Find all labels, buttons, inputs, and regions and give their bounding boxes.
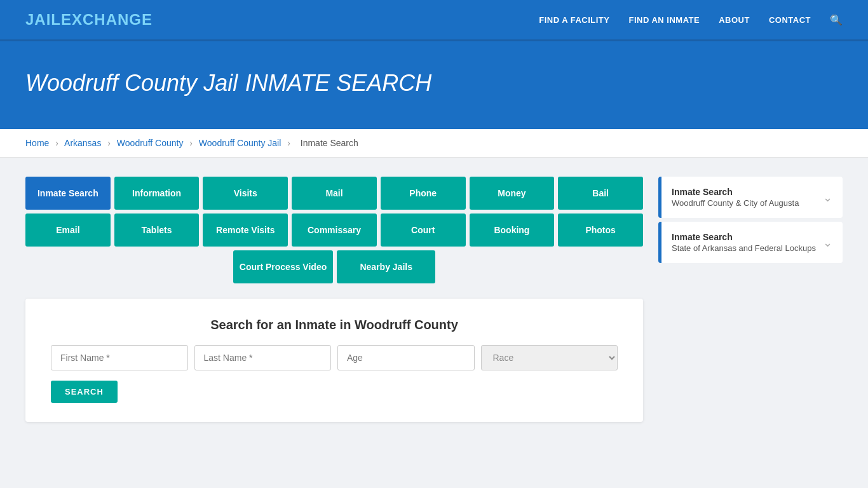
hero-title-main: Woodruff County Jail <box>25 70 238 96</box>
btn-information[interactable]: Information <box>114 177 200 210</box>
sidebar-card-woodruff-subtitle: Woodruff County & City of Augusta <box>672 198 799 208</box>
main-content: Inmate Search Information Visits Mail Ph… <box>0 158 868 441</box>
sidebar-card-arkansas-title: Inmate Search <box>672 232 816 242</box>
search-icon[interactable]: 🔍 <box>830 14 843 26</box>
btn-mail[interactable]: Mail <box>292 177 377 210</box>
btn-tablets[interactable]: Tablets <box>114 214 200 247</box>
btn-booking[interactable]: Booking <box>470 214 555 247</box>
nav-buttons-row1: Inmate Search Information Visits Mail Ph… <box>25 177 643 210</box>
breadcrumb-arkansas[interactable]: Arkansas <box>64 138 101 148</box>
sidebar-card-arkansas-text: Inmate Search State of Arkansas and Fede… <box>672 232 816 253</box>
btn-bail[interactable]: Bail <box>558 177 643 210</box>
nav-about[interactable]: ABOUT <box>719 15 750 25</box>
btn-phone[interactable]: Phone <box>381 177 466 210</box>
chevron-down-icon: ⌄ <box>823 191 832 205</box>
btn-inmate-search[interactable]: Inmate Search <box>25 177 111 210</box>
form-name-row: Race White Black Hispanic Asian Other <box>51 345 618 370</box>
search-button[interactable]: SEARCH <box>51 381 118 403</box>
chevron-down-icon-2: ⌄ <box>823 236 832 250</box>
btn-remote-visits[interactable]: Remote Visits <box>203 214 288 247</box>
logo-exchange: EXCHANGE <box>61 11 153 28</box>
age-input[interactable] <box>337 345 475 370</box>
first-name-input[interactable] <box>51 345 188 370</box>
btn-nearby-jails[interactable]: Nearby Jails <box>337 250 435 283</box>
nav-buttons-row3: Court Process Video Nearby Jails <box>25 250 643 283</box>
btn-commissary[interactable]: Commissary <box>292 214 377 247</box>
logo-jail: JAIL <box>25 11 61 28</box>
btn-court[interactable]: Court <box>381 214 466 247</box>
header: JAILEXCHANGE FIND A FACILITY FIND AN INM… <box>0 0 868 41</box>
sidebar-card-arkansas-subtitle: State of Arkansas and Federal Lockups <box>672 243 816 253</box>
page-title: Woodruff County Jail INMATE SEARCH <box>25 67 843 97</box>
last-name-input[interactable] <box>194 345 332 370</box>
btn-email[interactable]: Email <box>25 214 111 247</box>
btn-visits[interactable]: Visits <box>203 177 288 210</box>
sidebar-card-woodruff-title: Inmate Search <box>672 187 799 197</box>
hero-section: Woodruff County Jail INMATE SEARCH <box>0 41 868 129</box>
nav-find-facility[interactable]: FIND A FACILITY <box>539 15 609 25</box>
search-form-title: Search for an Inmate in Woodruff County <box>51 318 618 332</box>
breadcrumb-current: Inmate Search <box>301 138 358 148</box>
race-select[interactable]: Race White Black Hispanic Asian Other <box>481 345 618 370</box>
nav-contact[interactable]: CONTACT <box>769 15 811 25</box>
nav-find-inmate[interactable]: FIND AN INMATE <box>628 15 700 25</box>
btn-money[interactable]: Money <box>470 177 555 210</box>
left-column: Inmate Search Information Visits Mail Ph… <box>25 177 643 422</box>
sidebar-card-arkansas[interactable]: Inmate Search State of Arkansas and Fede… <box>658 222 843 263</box>
sidebar-card-woodruff-header[interactable]: Inmate Search Woodruff County & City of … <box>661 177 843 218</box>
nav-buttons-row2: Email Tablets Remote Visits Commissary C… <box>25 214 643 247</box>
btn-photos[interactable]: Photos <box>558 214 643 247</box>
search-button-row: SEARCH <box>51 381 618 403</box>
main-nav: FIND A FACILITY FIND AN INMATE ABOUT CON… <box>539 14 843 26</box>
breadcrumb-woodruff-county[interactable]: Woodruff County <box>117 138 184 148</box>
sidebar-card-arkansas-header[interactable]: Inmate Search State of Arkansas and Fede… <box>661 222 843 263</box>
sidebar-card-woodruff-text: Inmate Search Woodruff County & City of … <box>672 187 799 208</box>
breadcrumb: Home › Arkansas › Woodruff County › Wood… <box>0 129 868 158</box>
logo[interactable]: JAILEXCHANGE <box>25 11 153 29</box>
btn-court-process-video[interactable]: Court Process Video <box>233 250 333 283</box>
right-sidebar: Inmate Search Woodruff County & City of … <box>658 177 843 267</box>
search-form-container: Search for an Inmate in Woodruff County … <box>25 299 643 422</box>
sidebar-card-woodruff[interactable]: Inmate Search Woodruff County & City of … <box>658 177 843 218</box>
breadcrumb-woodruff-jail[interactable]: Woodruff County Jail <box>199 138 281 148</box>
breadcrumb-home[interactable]: Home <box>25 138 49 148</box>
hero-title-sub: INMATE SEARCH <box>245 70 431 96</box>
